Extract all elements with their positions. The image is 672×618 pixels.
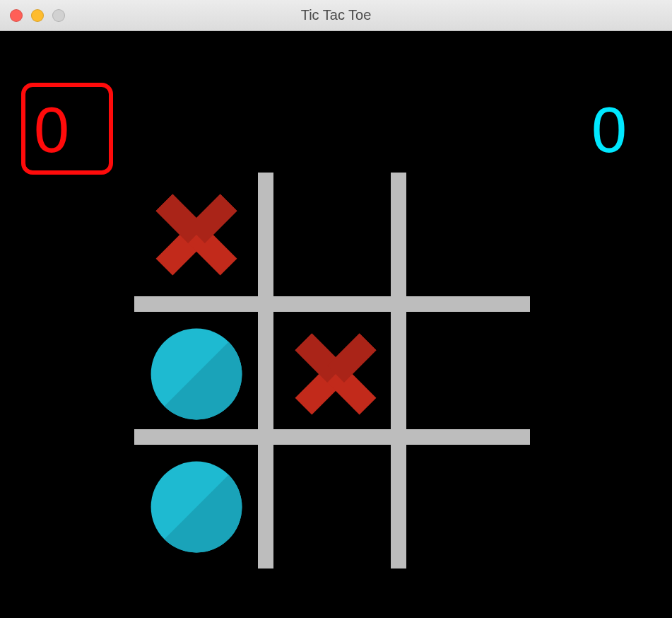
board-grid <box>134 173 530 569</box>
cell-1-0[interactable] <box>134 312 258 436</box>
close-icon[interactable] <box>10 9 23 22</box>
cell-0-1[interactable] <box>273 173 397 296</box>
cell-2-2[interactable] <box>406 445 530 569</box>
cell-1-1[interactable] <box>273 312 397 436</box>
cell-2-0[interactable] <box>134 445 258 569</box>
score-o: 0 <box>591 98 627 162</box>
minimize-icon[interactable] <box>31 9 44 22</box>
x-mark-icon <box>147 185 246 284</box>
maximize-icon[interactable] <box>52 9 65 22</box>
o-mark-icon <box>147 325 246 424</box>
game-canvas: 0 0 <box>0 31 672 618</box>
grid-line <box>258 173 273 569</box>
cell-2-1[interactable] <box>273 445 397 569</box>
window-controls <box>10 9 65 22</box>
grid-line <box>134 296 530 312</box>
window-title: Tic Tac Toe <box>301 7 372 23</box>
window-titlebar: Tic Tac Toe <box>0 0 672 31</box>
cell-1-2[interactable] <box>406 312 530 436</box>
score-o-value: 0 <box>591 95 627 165</box>
score-x: 0 <box>34 98 69 162</box>
active-player-highlight <box>21 83 113 175</box>
cell-0-2[interactable] <box>406 173 530 296</box>
x-mark-icon <box>286 325 385 424</box>
cell-0-0[interactable] <box>134 173 258 296</box>
o-mark-icon <box>147 457 246 556</box>
